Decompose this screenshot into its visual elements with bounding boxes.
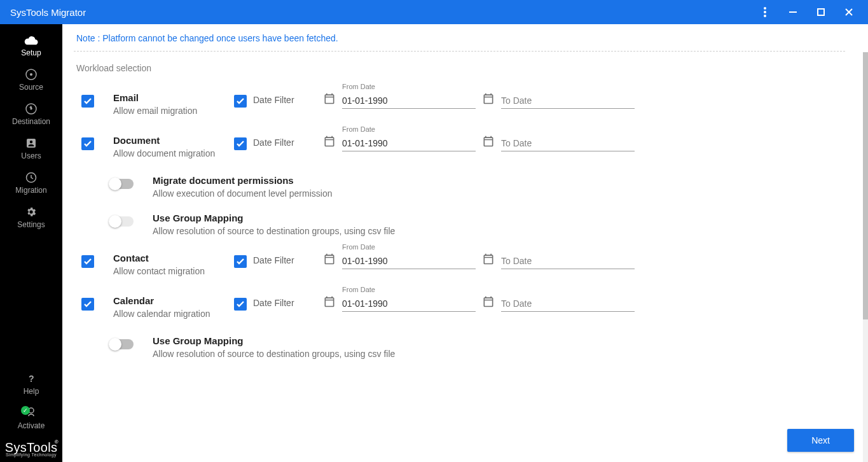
close-icon[interactable] (835, 0, 863, 24)
sidebar-item-source[interactable]: Source (0, 64, 62, 98)
document-permissions-toggle[interactable] (109, 179, 134, 189)
document-title: Document (113, 135, 234, 146)
sidebar: Setup Source Destination Users Migration… (0, 24, 62, 462)
from-date-caption: From Date (342, 125, 375, 133)
document-group-mapping-sub: Allow resolution of source to destinatio… (153, 226, 395, 236)
workload-row-document: Document Allow document migration Date F… (74, 130, 845, 172)
from-date-caption: From Date (342, 286, 375, 293)
calendar-icon[interactable] (323, 253, 336, 265)
calendar-icon[interactable] (323, 92, 336, 105)
sidebar-item-setup[interactable]: Setup (0, 29, 62, 64)
minimize-icon[interactable] (779, 0, 807, 24)
document-option-group-mapping: Use Group Mapping Allow resolution of so… (74, 210, 845, 248)
calendar-group-mapping-title: Use Group Mapping (153, 335, 395, 346)
calendar-icon[interactable] (482, 253, 495, 265)
source-icon (0, 67, 62, 81)
document-to-date-input[interactable] (501, 136, 635, 151)
svg-point-6 (30, 73, 32, 76)
scrollbar[interactable] (863, 52, 868, 462)
document-permissions-sub: Allow execution of document level permis… (153, 188, 332, 199)
calendar-date-filter-label: Date Filter (253, 298, 294, 308)
calendar-title: Calendar (113, 295, 234, 306)
calendar-group-mapping-toggle[interactable] (109, 339, 134, 349)
sidebar-item-help[interactable]: ? Help (0, 368, 62, 402)
contact-date-filter-checkbox[interactable] (234, 255, 247, 268)
document-date-filter-checkbox[interactable] (234, 137, 247, 150)
calendar-option-group-mapping: Use Group Mapping Allow resolution of so… (74, 333, 845, 370)
from-date-caption: From Date (342, 83, 375, 90)
document-group-mapping-title: Use Group Mapping (153, 213, 395, 223)
sidebar-item-label: Setup (21, 48, 41, 57)
document-group-mapping-toggle[interactable] (109, 216, 134, 227)
contact-subtitle: Allow contact migration (113, 266, 234, 276)
workload-row-contact: Contact Allow contact migration Date Fil… (74, 248, 845, 290)
activate-icon (0, 406, 62, 420)
contact-from-date-input[interactable] (342, 253, 476, 269)
sidebar-item-label: Source (19, 83, 43, 92)
gear-icon (0, 205, 62, 219)
maximize-icon[interactable] (807, 0, 835, 24)
main-panel: Note : Platform cannot be changed once u… (62, 24, 868, 462)
calendar-icon[interactable] (482, 135, 495, 148)
calendar-icon[interactable] (323, 295, 336, 308)
svg-point-0 (764, 7, 766, 10)
svg-point-1 (764, 11, 766, 13)
sidebar-item-destination[interactable]: Destination (0, 98, 62, 132)
email-date-filter-checkbox[interactable] (234, 95, 247, 108)
sidebar-item-activate[interactable]: Activate (0, 402, 62, 437)
section-label: Workload selection (74, 60, 845, 87)
platform-note: Note : Platform cannot be changed once u… (74, 24, 845, 51)
email-subtitle: Allow email migration (113, 106, 234, 116)
calendar-icon[interactable] (482, 92, 495, 105)
svg-point-10 (30, 141, 32, 143)
cloud-icon (0, 33, 62, 47)
calendar-from-date-input[interactable] (342, 296, 476, 312)
svg-point-2 (764, 15, 766, 17)
next-button[interactable]: Next (787, 429, 854, 452)
svg-point-8 (31, 108, 32, 110)
email-date-filter-label: Date Filter (253, 95, 294, 105)
document-date-filter-label: Date Filter (253, 137, 294, 148)
workload-row-email: Email Allow email migration Date Filter … (74, 87, 845, 130)
sidebar-item-label: Settings (17, 220, 45, 229)
status-ok-icon (21, 406, 30, 415)
sidebar-item-label: Destination (12, 117, 50, 126)
sidebar-item-settings[interactable]: Settings (0, 201, 62, 235)
calendar-icon[interactable] (323, 135, 336, 148)
from-date-caption: From Date (342, 243, 375, 251)
contact-title: Contact (113, 253, 234, 263)
brand-logo: SysTools® Simplifying Technology (0, 437, 62, 462)
sidebar-item-label: Help (24, 387, 39, 396)
sidebar-item-users[interactable]: Users (0, 132, 62, 167)
email-from-date-input[interactable] (342, 93, 476, 109)
scrollbar-thumb[interactable] (863, 52, 868, 319)
document-from-date-input[interactable] (342, 136, 476, 151)
sidebar-item-label: Migration (15, 186, 46, 195)
titlebar: SysTools Migrator (0, 0, 868, 24)
svg-rect-4 (818, 9, 824, 15)
sidebar-item-label: Users (21, 151, 41, 160)
migration-icon (0, 171, 62, 185)
document-permissions-title: Migrate document permissions (153, 175, 332, 186)
workload-row-calendar: Calendar Allow calendar migration Date F… (74, 290, 845, 333)
sidebar-item-migration[interactable]: Migration (0, 167, 62, 201)
contact-date-filter-label: Date Filter (253, 255, 294, 265)
sidebar-item-label: Activate (18, 421, 45, 430)
email-checkbox[interactable] (81, 95, 94, 108)
email-to-date-input[interactable] (501, 93, 635, 109)
document-option-permissions: Migrate document permissions Allow execu… (74, 172, 845, 210)
more-icon[interactable] (751, 0, 779, 24)
calendar-checkbox[interactable] (81, 298, 94, 311)
document-subtitle: Allow document migration (113, 148, 234, 158)
calendar-group-mapping-sub: Allow resolution of source to destinatio… (153, 349, 395, 359)
document-checkbox[interactable] (81, 137, 94, 150)
calendar-subtitle: Allow calendar migration (113, 309, 234, 319)
calendar-to-date-input[interactable] (501, 296, 635, 312)
contact-to-date-input[interactable] (501, 253, 635, 269)
calendar-date-filter-checkbox[interactable] (234, 298, 247, 311)
app-title: SysTools Migrator (10, 7, 86, 18)
destination-icon (0, 102, 62, 116)
calendar-icon[interactable] (482, 295, 495, 308)
contact-checkbox[interactable] (81, 255, 94, 268)
help-icon: ? (0, 372, 62, 386)
